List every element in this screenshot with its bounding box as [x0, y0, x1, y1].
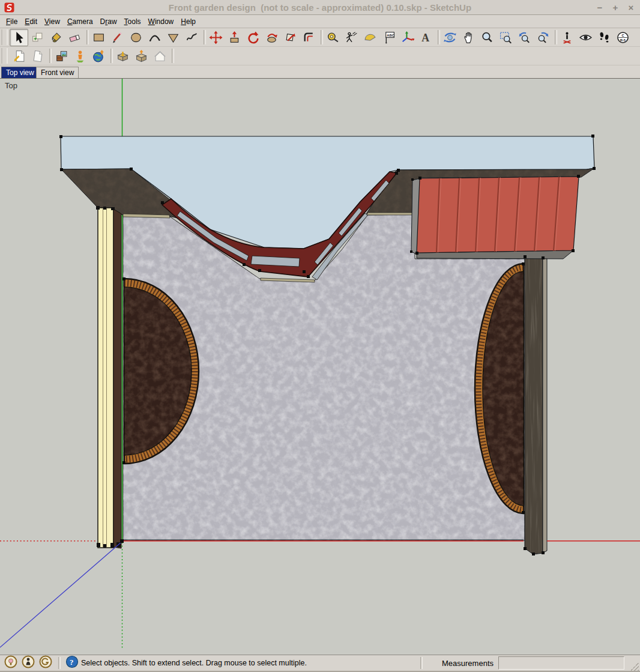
circle-icon [129, 31, 143, 44]
menu-edit[interactable]: Edit [21, 16, 41, 27]
push-pull-icon [228, 31, 241, 44]
arc-tool-button[interactable] [145, 29, 164, 46]
add-location-icon [73, 49, 87, 63]
maximize-button[interactable]: + [611, 2, 620, 13]
protractor-person-button[interactable] [342, 29, 361, 46]
push-pull-tool-button[interactable] [225, 29, 244, 46]
svg-text:A: A [421, 32, 429, 44]
paint-bucket-button[interactable] [47, 29, 65, 46]
title-bar: Front garden design (not to scale - appr… [0, 0, 640, 15]
zoom-previous-icon [518, 31, 531, 44]
window-title: Front garden design (not to scale - appr… [0, 0, 640, 15]
text-tool-button[interactable]: ABC [379, 29, 398, 46]
get-models-button[interactable] [113, 47, 132, 65]
look-around-icon [579, 31, 593, 44]
polygon-icon [166, 31, 180, 44]
tab-top-view[interactable]: Top view [1, 67, 39, 78]
zoom-icon [480, 31, 494, 44]
pencil-icon [110, 31, 124, 44]
polygon-tool-button[interactable] [164, 29, 183, 46]
pan-tool-button[interactable] [459, 29, 478, 46]
status-message: Select objects. Shift to extend select. … [81, 659, 307, 667]
axes-tool-button[interactable] [398, 29, 417, 46]
help-icon[interactable]: ? [65, 655, 79, 671]
pan-icon [462, 31, 475, 44]
rotate-icon [246, 31, 260, 44]
eraser-button[interactable] [65, 29, 84, 46]
photo-textures-icon [55, 49, 68, 63]
measurements-input[interactable] [498, 656, 624, 670]
menu-draw[interactable]: Draw [97, 16, 121, 27]
menu-tools[interactable]: Tools [121, 16, 145, 27]
view-label: Top [5, 81, 17, 90]
scale-icon [283, 31, 297, 44]
instructor-person-icon[interactable] [22, 655, 35, 671]
menu-window[interactable]: Window [145, 16, 178, 27]
scale-tool-button[interactable] [281, 29, 300, 46]
instructor-g-icon[interactable] [39, 655, 52, 671]
eraser-icon [68, 31, 82, 44]
new-page-icon [31, 49, 44, 63]
garage-roof[interactable] [411, 177, 579, 259]
svg-text:C: C [621, 33, 624, 37]
model-viewport[interactable]: Top [0, 79, 640, 655]
arc-icon [148, 31, 162, 44]
menu-file[interactable]: File [2, 16, 21, 27]
right-boundary-wall[interactable] [525, 256, 547, 555]
rotate-tool-button[interactable] [244, 29, 262, 46]
move-tool-button[interactable] [207, 29, 225, 46]
rectangle-tool-button[interactable] [89, 29, 108, 46]
follow-me-tool-button[interactable] [262, 29, 281, 46]
protractor-icon [363, 31, 377, 44]
minimize-button[interactable]: − [596, 2, 604, 13]
offset-tool-button[interactable] [300, 29, 318, 46]
text-icon: ABC [382, 31, 396, 44]
menu-camera[interactable]: Camera [64, 16, 97, 27]
zoom-previous-button[interactable] [515, 29, 534, 46]
house-component-button[interactable] [151, 47, 169, 65]
scene-tab-bar: Top view Front view [0, 65, 640, 79]
select-icon [12, 31, 26, 44]
section-plane-icon: CR-5 [616, 31, 630, 44]
svg-text:R-5: R-5 [620, 38, 626, 42]
tab-front-view[interactable]: Front view [36, 67, 79, 78]
orbit-tool-button[interactable] [441, 29, 459, 46]
freehand-tool-button[interactable] [183, 29, 201, 46]
share-model-button[interactable] [132, 47, 151, 65]
move-icon [209, 31, 223, 44]
follow-me-icon [265, 31, 279, 44]
zoom-next-button[interactable] [534, 29, 552, 46]
protractor-tool-button[interactable] [361, 29, 379, 46]
position-camera-button[interactable] [558, 29, 576, 46]
text-3d-tool-button[interactable]: A [417, 29, 435, 46]
axes-icon [400, 31, 414, 44]
tape-measure-tool-button[interactable] [324, 29, 342, 46]
add-location-button[interactable] [71, 47, 89, 65]
menu-view[interactable]: View [41, 16, 64, 27]
toolbar-handle-2[interactable] [1, 48, 8, 64]
new-page-button[interactable] [28, 47, 47, 65]
house-icon [153, 49, 167, 63]
select-tool-button[interactable] [10, 29, 28, 46]
import-page-button[interactable] [10, 47, 28, 65]
left-fence[interactable] [96, 206, 121, 548]
section-plane-button[interactable]: CR-5 [614, 29, 632, 46]
resize-grip[interactable] [630, 662, 639, 671]
make-component-button[interactable] [28, 29, 47, 46]
photo-textures-button[interactable] [52, 47, 71, 65]
look-around-button[interactable] [576, 29, 595, 46]
offset-icon [302, 31, 316, 44]
status-bar: ? Select objects. Shift to extend select… [0, 655, 640, 672]
circle-tool-button[interactable] [127, 29, 145, 46]
instructor-light-icon[interactable] [4, 655, 17, 671]
close-button[interactable]: × [627, 2, 635, 13]
walk-tool-button[interactable] [595, 29, 614, 46]
line-tool-button[interactable] [108, 29, 127, 46]
google-earth-icon [92, 49, 106, 63]
zoom-tool-button[interactable] [478, 29, 497, 46]
toolbar-handle[interactable] [1, 29, 8, 45]
google-earth-button[interactable] [89, 47, 108, 65]
zoom-window-button[interactable] [497, 29, 515, 46]
menu-help[interactable]: Help [177, 16, 199, 27]
zoom-next-icon [536, 31, 550, 44]
